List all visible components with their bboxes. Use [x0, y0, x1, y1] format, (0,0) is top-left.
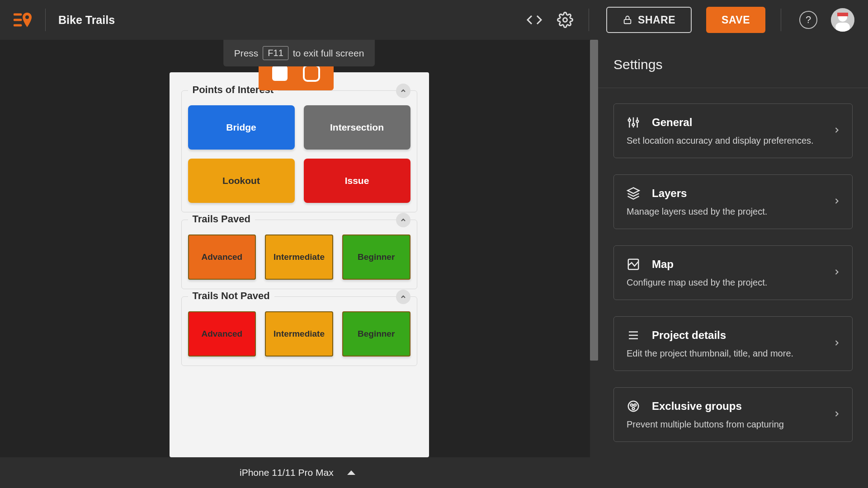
- card-desc: Prevent multiple buttons from capturing: [627, 419, 840, 430]
- card-title: Map: [652, 258, 674, 271]
- card-title: Layers: [652, 187, 687, 200]
- share-button[interactable]: SHARE: [606, 7, 692, 33]
- tile-grid: AdvancedIntermediateBeginner: [188, 311, 410, 357]
- svg-point-19: [631, 404, 633, 406]
- svg-point-12: [636, 120, 638, 122]
- work-area: Press F11 to exit full screen Points of …: [0, 40, 868, 457]
- chevron-right-icon: [832, 126, 841, 136]
- card-desc: Edit the project thumbnail, title, and m…: [627, 348, 840, 359]
- settings-heading: Settings: [613, 40, 853, 88]
- card-desc: Configure map used by the project.: [627, 277, 840, 288]
- code-icon[interactable]: [524, 10, 544, 30]
- device-label: iPhone 11/11 Pro Max: [240, 467, 334, 478]
- preview-panel: Trails Not PavedAdvancedIntermediateBegi…: [181, 296, 417, 366]
- device-preview: Points of InterestBridgeIntersectionLook…: [170, 72, 429, 457]
- save-label: SAVE: [722, 14, 750, 26]
- divider: [45, 9, 46, 31]
- help-icon[interactable]: ?: [799, 11, 817, 29]
- chevron-right-icon: [832, 267, 841, 278]
- divider: [598, 88, 868, 88]
- svg-marker-13: [628, 188, 639, 194]
- lock-icon: [623, 14, 632, 26]
- tile-beginner[interactable]: Beginner: [342, 311, 410, 357]
- tile-intermediate[interactable]: Intermediate: [265, 311, 333, 357]
- tile-bridge[interactable]: Bridge: [188, 105, 295, 150]
- fs-prefix: Press: [234, 48, 259, 59]
- collapse-button[interactable]: [396, 290, 410, 304]
- settings-card-general[interactable]: GeneralSet location accuracy and display…: [613, 103, 853, 158]
- svg-point-10: [628, 119, 631, 122]
- scrollbar-track[interactable]: [590, 40, 598, 457]
- tile-issue[interactable]: Issue: [304, 159, 410, 203]
- app-logo[interactable]: [14, 11, 33, 29]
- svg-point-11: [632, 124, 635, 126]
- user-avatar[interactable]: [831, 8, 854, 32]
- tile-intermediate[interactable]: Intermediate: [265, 235, 333, 280]
- map-icon: [627, 258, 640, 271]
- save-button[interactable]: SAVE: [706, 7, 765, 33]
- tile-grid: BridgeIntersectionLookoutIssue: [188, 105, 410, 203]
- project-title: Bike Trails: [58, 14, 115, 27]
- view-toggle-filled[interactable]: [272, 66, 288, 81]
- svg-point-1: [563, 18, 567, 22]
- card-desc: Manage layers used by the project.: [627, 206, 840, 217]
- svg-rect-5: [835, 23, 850, 32]
- card-desc: Set location accuracy and display prefer…: [627, 136, 840, 146]
- card-title: General: [652, 116, 692, 129]
- panel-title: Trails Not Paved: [188, 290, 274, 302]
- gear-icon[interactable]: [555, 10, 575, 30]
- chevron-right-icon: [832, 197, 841, 207]
- svg-rect-2: [624, 19, 631, 23]
- layers-icon: [627, 187, 640, 200]
- tile-advanced[interactable]: Advanced: [188, 235, 256, 280]
- settings-card-exclusive-groups[interactable]: Exclusive groupsPrevent multiple buttons…: [613, 387, 853, 442]
- groups-icon: [627, 399, 640, 413]
- settings-card-project-details[interactable]: Project detailsEdit the project thumbnai…: [613, 316, 853, 371]
- preview-panel: Trails PavedAdvancedIntermediateBeginner: [181, 220, 417, 289]
- tile-lookout[interactable]: Lookout: [188, 159, 295, 203]
- chevron-right-icon: [832, 338, 841, 349]
- svg-rect-6: [837, 13, 848, 16]
- fs-suffix: to exit full screen: [293, 48, 364, 59]
- svg-point-21: [632, 408, 635, 410]
- top-bar: Bike Trails SHARE SAVE ?: [0, 0, 868, 40]
- preview-panel: Points of InterestBridgeIntersectionLook…: [181, 90, 417, 212]
- collapse-button[interactable]: [396, 213, 410, 227]
- svg-point-20: [634, 404, 636, 406]
- settings-panel: Settings GeneralSet location accuracy an…: [598, 40, 868, 457]
- details-icon: [627, 328, 640, 342]
- collapse-button[interactable]: [396, 84, 410, 98]
- bottom-bar: iPhone 11/11 Pro Max: [0, 457, 868, 488]
- share-label: SHARE: [638, 14, 675, 26]
- caret-up-icon: [347, 470, 355, 475]
- settings-card-layers[interactable]: LayersManage layers used by the project.: [613, 174, 853, 229]
- svg-point-0: [25, 15, 29, 19]
- panel-title: Trails Paved: [188, 213, 255, 225]
- tile-grid: AdvancedIntermediateBeginner: [188, 235, 410, 280]
- card-title: Project details: [652, 329, 726, 342]
- card-title: Exclusive groups: [652, 400, 742, 413]
- canvas-area: Press F11 to exit full screen Points of …: [0, 40, 598, 457]
- chevron-right-icon: [832, 409, 841, 420]
- tile-beginner[interactable]: Beginner: [342, 235, 410, 280]
- sliders-icon: [627, 116, 640, 129]
- view-toggle-outline[interactable]: [303, 65, 320, 82]
- tile-intersection[interactable]: Intersection: [304, 105, 410, 150]
- fullscreen-hint: Press F11 to exit full screen: [223, 40, 375, 66]
- fs-key: F11: [263, 46, 288, 60]
- tile-advanced[interactable]: Advanced: [188, 311, 256, 357]
- device-selector[interactable]: iPhone 11/11 Pro Max: [240, 467, 355, 478]
- scrollbar-thumb[interactable]: [590, 40, 598, 361]
- settings-card-map[interactable]: MapConfigure map used by the project.: [613, 245, 853, 300]
